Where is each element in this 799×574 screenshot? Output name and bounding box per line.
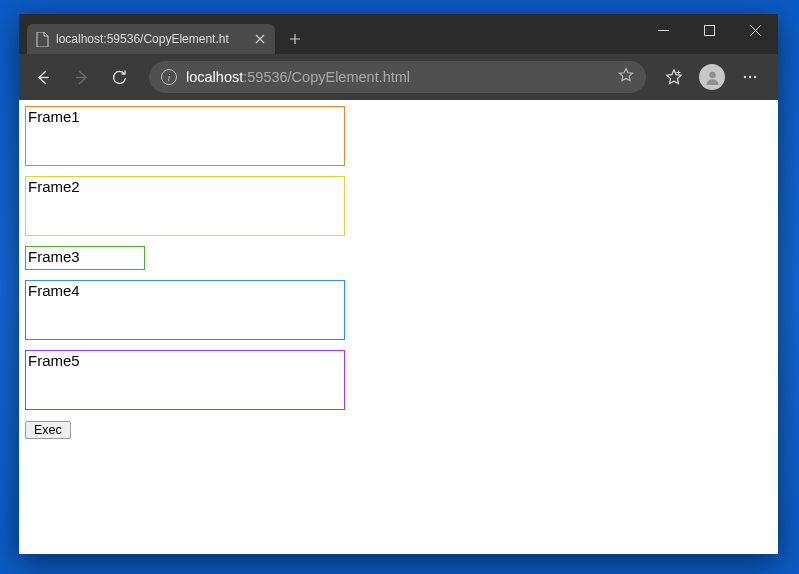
frame-label: Frame4 bbox=[28, 282, 80, 299]
frame-1: Frame1 bbox=[25, 106, 345, 166]
browser-tab[interactable]: localhost:59536/CopyElement.ht bbox=[27, 24, 275, 54]
page-content: Frame1 Frame2 Frame3 Frame4 Frame5 Exec bbox=[19, 100, 778, 554]
svg-point-4 bbox=[754, 76, 756, 78]
tab-title: localhost:59536/CopyElement.ht bbox=[56, 32, 246, 46]
site-info-icon[interactable]: i bbox=[161, 69, 177, 85]
window-maximize-button[interactable] bbox=[686, 14, 732, 46]
toolbar-right bbox=[656, 59, 772, 95]
frame-3: Frame3 bbox=[25, 246, 145, 270]
menu-button[interactable] bbox=[732, 59, 768, 95]
frame-label: Frame5 bbox=[28, 352, 80, 369]
titlebar: localhost:59536/CopyElement.ht bbox=[19, 14, 778, 54]
exec-button[interactable]: Exec bbox=[25, 421, 71, 439]
frame-2: Frame2 bbox=[25, 176, 345, 236]
window-controls bbox=[640, 14, 778, 46]
new-tab-button[interactable] bbox=[281, 25, 309, 53]
refresh-button[interactable] bbox=[101, 59, 137, 95]
frame-label: Frame1 bbox=[28, 108, 80, 125]
window-close-button[interactable] bbox=[732, 14, 778, 46]
frame-label: Frame3 bbox=[28, 248, 80, 265]
profile-button[interactable] bbox=[694, 59, 730, 95]
svg-point-3 bbox=[749, 76, 751, 78]
svg-point-2 bbox=[744, 76, 746, 78]
forward-button[interactable] bbox=[63, 59, 99, 95]
favorites-button[interactable] bbox=[656, 59, 692, 95]
address-bar[interactable]: i localhost:59536/CopyElement.html bbox=[149, 61, 646, 93]
favorite-button[interactable] bbox=[618, 67, 634, 87]
url-text: localhost:59536/CopyElement.html bbox=[186, 69, 609, 85]
frame-4: Frame4 bbox=[25, 280, 345, 340]
svg-point-1 bbox=[709, 71, 715, 77]
avatar-icon bbox=[699, 64, 725, 90]
back-button[interactable] bbox=[25, 59, 61, 95]
frame-5: Frame5 bbox=[25, 350, 345, 410]
svg-rect-0 bbox=[704, 25, 714, 35]
window-minimize-button[interactable] bbox=[640, 14, 686, 46]
tab-close-button[interactable] bbox=[253, 32, 267, 46]
url-path: :59536/CopyElement.html bbox=[243, 69, 410, 85]
page-icon bbox=[35, 32, 49, 46]
frame-label: Frame2 bbox=[28, 178, 80, 195]
browser-window: localhost:59536/CopyElement.ht bbox=[19, 14, 778, 554]
toolbar: i localhost:59536/CopyElement.html bbox=[19, 54, 778, 100]
url-host: localhost bbox=[186, 69, 243, 85]
